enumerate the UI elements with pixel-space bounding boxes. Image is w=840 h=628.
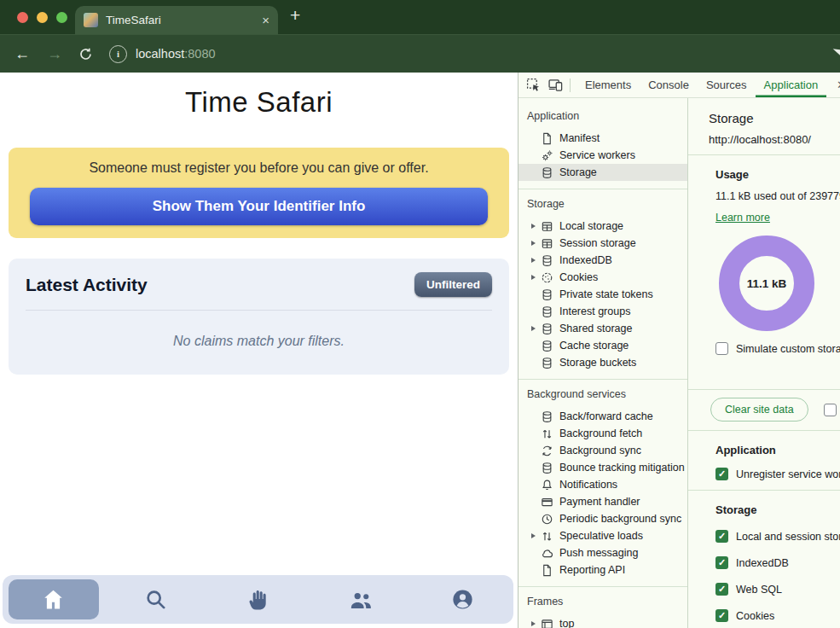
- nav-offers[interactable]: [207, 575, 310, 624]
- devtools-close-icon[interactable]: ✕: [837, 78, 840, 91]
- nav-home[interactable]: [3, 575, 105, 624]
- tree-item-reporting-api[interactable]: Reporting API: [518, 561, 687, 579]
- unregister-service-workers-option: Unregister service wor: [688, 468, 840, 480]
- database-icon: [541, 462, 553, 474]
- panel-origin: http://localhost:8080/: [709, 133, 840, 146]
- address-bar[interactable]: i localhost:8080: [109, 45, 216, 63]
- simulate-checkbox[interactable]: [715, 342, 728, 355]
- home-icon: [41, 587, 66, 612]
- site-info-icon[interactable]: i: [109, 45, 127, 63]
- expander-icon[interactable]: [531, 258, 541, 263]
- tree-item-cache-storage[interactable]: Cache storage: [518, 337, 687, 354]
- page-title: Time Safari: [0, 86, 518, 119]
- tree-item-bounce-tracking-mitigation[interactable]: Bounce tracking mitigation: [518, 459, 687, 476]
- activity-divider: [26, 310, 492, 311]
- tree-item-payment-handler[interactable]: Payment handler: [518, 493, 687, 510]
- reload-button[interactable]: [75, 47, 96, 61]
- show-identifier-info-button[interactable]: Show Them Your Identifier Info: [30, 188, 488, 225]
- tree-item-push-messaging[interactable]: Push messaging: [518, 544, 687, 561]
- usage-text: 11.1 kB used out of 239779: [715, 190, 840, 202]
- tree-item-top-frame[interactable]: top: [518, 615, 687, 628]
- tree-item-service-workers[interactable]: Service workers: [518, 147, 687, 164]
- reload-icon: [78, 47, 93, 61]
- local-session-checkbox[interactable]: [715, 530, 728, 543]
- unregister-checkbox[interactable]: [715, 468, 728, 480]
- tree-item-indexeddb[interactable]: IndexedDB: [518, 252, 687, 269]
- active-nav-pill: [9, 579, 99, 619]
- tree-item-storage-buckets[interactable]: Storage buckets: [518, 354, 687, 371]
- tree-section-frames: Frames top: [518, 587, 687, 628]
- expander-icon[interactable]: [531, 621, 541, 626]
- expander-icon[interactable]: [531, 533, 541, 538]
- tab-console[interactable]: Console: [640, 73, 698, 97]
- tab-application[interactable]: Application: [756, 73, 827, 97]
- tab-close-icon[interactable]: ×: [262, 14, 269, 26]
- device-toolbar-icon[interactable]: [548, 78, 563, 92]
- table-icon: [541, 237, 553, 250]
- indexeddb-option: IndexedDB: [688, 556, 840, 569]
- browser-tab[interactable]: TimeSafari ×: [75, 6, 278, 34]
- tree-item-storage[interactable]: Storage: [518, 164, 687, 181]
- devtools-toolbar: Elements Console Sources Application ✕: [518, 73, 840, 98]
- tree-item-back-forward-cache[interactable]: Back/forward cache: [518, 408, 687, 425]
- browser-toolbar: ← → i localhost:8080: [0, 34, 840, 73]
- profile-icon: [450, 587, 475, 612]
- nav-contacts[interactable]: [309, 575, 411, 624]
- application-section-heading: Application: [715, 444, 840, 456]
- window-controls: [17, 12, 67, 23]
- clear-site-data-button[interactable]: Clear site data: [710, 398, 808, 422]
- frame-icon: [541, 618, 553, 628]
- bell-icon: [541, 479, 553, 491]
- back-button[interactable]: ←: [12, 45, 32, 63]
- forward-button[interactable]: →: [44, 45, 65, 63]
- database-icon: [541, 305, 553, 318]
- browser-tab-bar: TimeSafari × +: [0, 0, 840, 34]
- tree-section-background-services: Background services Back/forward cache B…: [518, 380, 687, 587]
- unfiltered-button[interactable]: Unfiltered: [414, 272, 492, 297]
- nav-search[interactable]: [105, 575, 207, 624]
- tab-elements[interactable]: Elements: [576, 73, 640, 97]
- card-icon: [541, 496, 553, 509]
- database-icon: [541, 254, 553, 267]
- learn-more-link[interactable]: Learn more: [715, 212, 770, 224]
- tree-item-notifications[interactable]: Notifications: [518, 476, 687, 493]
- expander-icon[interactable]: [531, 275, 541, 280]
- tree-item-interest-groups[interactable]: Interest groups: [518, 303, 687, 320]
- donut-value: 11.1 kB: [719, 236, 814, 331]
- toolbar-clipped-icon: [831, 49, 840, 58]
- minimize-window-icon[interactable]: [37, 12, 48, 23]
- new-tab-button[interactable]: +: [290, 5, 300, 26]
- include-third-party-checkbox[interactable]: [824, 404, 837, 416]
- tree-item-speculative-loads[interactable]: Speculative loads: [518, 527, 687, 544]
- tree-item-private-state-tokens[interactable]: Private state tokens: [518, 286, 687, 303]
- inspect-element-icon[interactable]: [526, 78, 541, 92]
- zoom-window-icon[interactable]: [56, 12, 67, 23]
- unregister-label: Unregister service wor: [736, 468, 840, 480]
- tree-item-session-storage[interactable]: Session storage: [518, 235, 687, 252]
- indexeddb-checkbox[interactable]: [715, 556, 728, 569]
- tree-item-periodic-background-sync[interactable]: Periodic background sync: [518, 510, 687, 527]
- close-window-icon[interactable]: [17, 12, 28, 23]
- cookies-checkbox[interactable]: [715, 609, 728, 622]
- tree-item-background-sync[interactable]: Background sync: [518, 442, 687, 459]
- expander-icon[interactable]: [531, 224, 541, 229]
- toolbar-separator: [570, 78, 571, 92]
- nav-profile[interactable]: [411, 575, 513, 624]
- tree-item-manifest[interactable]: Manifest: [518, 130, 687, 147]
- tab-sources[interactable]: Sources: [698, 73, 756, 97]
- local-session-storage-option: Local and session stora: [688, 530, 840, 543]
- expander-icon[interactable]: [531, 241, 541, 246]
- latest-activity-card: Latest Activity Unfiltered No claims mat…: [9, 259, 509, 375]
- database-icon: [541, 357, 553, 369]
- activity-heading: Latest Activity: [26, 275, 148, 295]
- tree-item-background-fetch[interactable]: Background fetch: [518, 425, 687, 442]
- simulate-quota-option: Simulate custom stora: [688, 342, 840, 355]
- tree-item-cookies[interactable]: Cookies: [518, 269, 687, 286]
- hand-icon: [246, 587, 270, 612]
- tree-item-local-storage[interactable]: Local storage: [518, 218, 687, 235]
- empty-claims-message: No claims match your filters.: [26, 334, 492, 349]
- web-sql-checkbox[interactable]: [715, 583, 728, 596]
- up-down-arrows-icon: [541, 427, 553, 440]
- expander-icon[interactable]: [531, 326, 541, 331]
- tree-item-shared-storage[interactable]: Shared storage: [518, 320, 687, 337]
